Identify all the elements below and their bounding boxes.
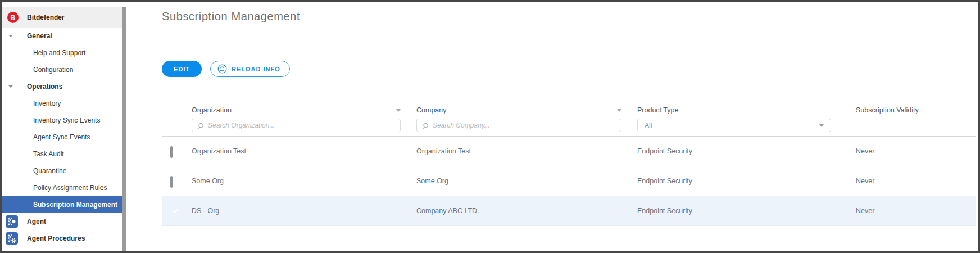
sidebar-item-label: Quarantine <box>33 167 66 175</box>
sidebar-items: General Help and Support Configuration O… <box>2 28 122 247</box>
sidebar-item-quarantine[interactable]: Quarantine <box>2 162 122 179</box>
search-icon <box>197 122 204 132</box>
column-header-subscription-validity: Subscription Validity <box>856 100 976 136</box>
bitdefender-console-window: B Bitdefender General Help and Support C… <box>0 0 980 253</box>
sidebar-item-label: Inventory <box>33 100 61 107</box>
product-type-filter-value: All <box>645 121 652 129</box>
company-search-box <box>416 119 621 132</box>
sidebar-item-label: Agent Sync Events <box>33 133 90 141</box>
select-all-cell <box>162 100 192 136</box>
table-row[interactable]: Some Org Some Org Endpoint Security Neve… <box>162 166 976 196</box>
sidebar-item-label: Help and Support <box>33 49 85 57</box>
sidebar-item-label: Configuration <box>33 66 73 74</box>
subscription-validity-cell: Never <box>856 207 976 215</box>
sidebar-item-agent-procedures[interactable]: Agent Procedures <box>2 230 122 247</box>
sidebar-item-label: Inventory Sync Events <box>33 116 100 124</box>
column-header-organization: Organization <box>192 100 416 136</box>
column-header-company: Company <box>416 100 637 136</box>
sidebar-item-agent[interactable]: Agent <box>2 213 122 230</box>
column-label: Product Type <box>637 106 678 114</box>
row-checkbox[interactable] <box>170 176 173 188</box>
sidebar-item-label: Agent Procedures <box>27 234 85 242</box>
organization-cell: DS - Org <box>192 207 416 215</box>
edit-button[interactable]: EDIT <box>162 61 202 77</box>
brand-label: Bitdefender <box>27 13 65 21</box>
sidebar-item-task-audit[interactable]: Task Audit <box>2 146 122 162</box>
organization-search-input[interactable] <box>192 119 400 132</box>
refresh-icon <box>217 64 227 74</box>
main-content: Subscription Management EDIT RELOAD INFO <box>126 2 978 251</box>
organization-cell: Some Org <box>192 177 416 185</box>
sidebar-item-inventory-sync-events[interactable]: Inventory Sync Events <box>2 112 122 129</box>
sidebar-item-operations[interactable]: Operations <box>2 78 122 95</box>
sidebar-brand-row[interactable]: B Bitdefender <box>2 7 122 28</box>
sidebar-item-configuration[interactable]: Configuration <box>2 61 122 78</box>
subscription-validity-cell: Never <box>856 177 976 185</box>
product-type-cell: Endpoint Security <box>637 147 856 155</box>
table-row[interactable]: Organization Test Organization Test Endp… <box>162 137 976 166</box>
table-row[interactable]: DS - Org Company ABC LTD. Endpoint Secur… <box>162 196 976 226</box>
product-type-cell: Endpoint Security <box>637 207 856 215</box>
row-checkbox[interactable] <box>170 146 173 158</box>
column-label[interactable]: Organization <box>192 106 232 114</box>
subscriptions-table: Organization <box>162 100 976 226</box>
sidebar-item-policy-assignment-rules[interactable]: Policy Assignment Rules <box>2 179 122 196</box>
company-cell: Some Org <box>416 177 637 185</box>
sidebar-item-label: Agent <box>27 218 46 225</box>
row-checkbox-cell <box>162 166 192 196</box>
sort-caret-icon[interactable] <box>396 109 401 112</box>
company-search-input[interactable] <box>417 119 621 132</box>
column-header-product-type: Product Type All <box>637 100 856 136</box>
sidebar-item-label: Subscription Management <box>33 201 117 209</box>
table-header-row: Organization <box>162 100 976 137</box>
bitdefender-logo-icon: B <box>7 12 19 23</box>
sidebar-item-help-and-support[interactable]: Help and Support <box>2 44 122 61</box>
column-label: Subscription Validity <box>856 106 919 114</box>
sidebar: B Bitdefender General Help and Support C… <box>2 2 122 251</box>
reload-info-label: RELOAD INFO <box>232 66 280 73</box>
company-cell: Company ABC LTD. <box>416 207 637 215</box>
chevron-down-icon[interactable] <box>8 85 13 88</box>
sidebar-item-general[interactable]: General <box>2 28 122 44</box>
sidebar-item-inventory[interactable]: Inventory <box>2 95 122 112</box>
sidebar-item-subscription-management[interactable]: Subscription Management <box>2 196 122 213</box>
search-icon <box>421 122 429 132</box>
chevron-down-icon <box>819 124 824 127</box>
product-type-cell: Endpoint Security <box>637 177 856 185</box>
page-title: Subscription Management <box>162 10 978 23</box>
row-checkbox-cell <box>162 137 192 166</box>
organization-cell: Organization Test <box>192 147 416 155</box>
row-checkbox-cell <box>162 196 192 225</box>
sidebar-item-label: Task Audit <box>33 150 64 158</box>
company-cell: Organization Test <box>416 147 637 155</box>
subscription-validity-cell: Never <box>856 147 976 155</box>
toolbar: EDIT RELOAD INFO <box>162 61 290 77</box>
agent-procedures-icon <box>6 232 18 245</box>
sidebar-item-label: Policy Assignment Rules <box>33 184 107 192</box>
reload-info-button[interactable]: RELOAD INFO <box>210 61 290 77</box>
chevron-down-icon[interactable] <box>8 35 13 37</box>
sidebar-item-label: General <box>27 32 52 40</box>
sidebar-item-agent-sync-events[interactable]: Agent Sync Events <box>2 129 122 146</box>
sort-caret-icon[interactable] <box>617 109 621 112</box>
agent-icon <box>6 215 18 228</box>
column-label[interactable]: Company <box>416 106 447 114</box>
organization-search-box <box>192 119 401 132</box>
sidebar-item-label: Operations <box>27 83 62 91</box>
product-type-filter-select[interactable]: All <box>637 119 831 132</box>
